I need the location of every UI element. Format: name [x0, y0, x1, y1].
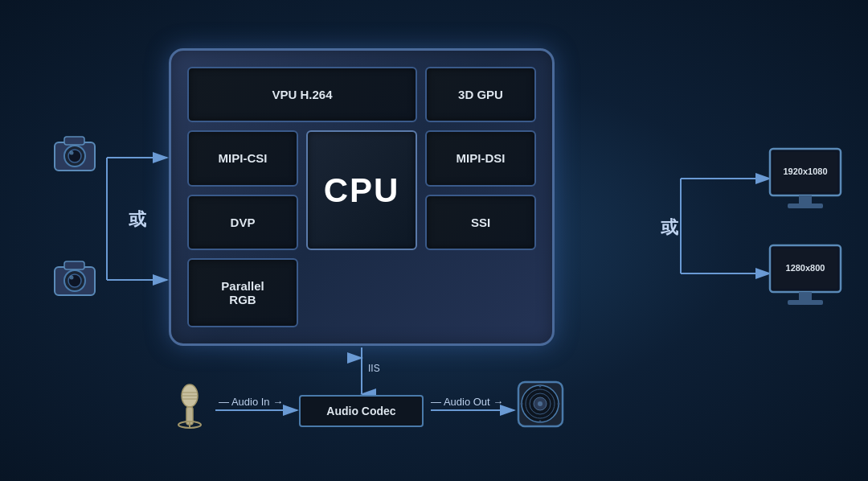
soc-grid: VPU H.264 3D GPU MIPI-CSI CPU MIPI-DSI D…	[187, 67, 536, 327]
svg-text:1280x800: 1280x800	[786, 263, 825, 273]
svg-point-28	[178, 421, 201, 428]
svg-point-5	[68, 150, 81, 162]
svg-point-4	[64, 146, 85, 166]
audio-in-label: — Audio In →	[219, 396, 283, 408]
svg-point-39	[558, 403, 560, 405]
svg-rect-12	[64, 261, 84, 269]
or-label-right: 或	[660, 217, 679, 237]
monitor1-icon: 1920x1080	[770, 149, 841, 208]
svg-rect-20	[799, 292, 812, 302]
svg-point-6	[70, 151, 74, 155]
svg-rect-14	[773, 152, 837, 192]
svg-rect-8	[55, 267, 95, 295]
svg-point-32	[526, 389, 555, 418]
vpu-block: VPU H.264	[187, 67, 417, 122]
svg-rect-30	[518, 382, 563, 426]
dvp-block: DVP	[187, 195, 298, 250]
camera2-icon	[55, 261, 95, 295]
or-label-left: 或	[128, 209, 147, 229]
svg-rect-15	[799, 195, 812, 205]
svg-point-9	[64, 270, 85, 291]
svg-rect-19	[773, 249, 837, 289]
svg-rect-16	[788, 204, 823, 208]
svg-point-10	[68, 274, 81, 287]
svg-point-11	[70, 276, 74, 280]
iis-label: IIS	[368, 363, 380, 374]
svg-point-34	[534, 397, 547, 410]
svg-rect-27	[186, 407, 193, 425]
svg-rect-13	[770, 149, 841, 195]
svg-point-36	[539, 385, 542, 388]
svg-point-35	[538, 401, 542, 406]
svg-point-23	[182, 384, 198, 407]
audio-codec-box: Audio Codec	[299, 395, 424, 427]
svg-rect-7	[64, 137, 84, 145]
svg-point-33	[530, 393, 551, 414]
svg-point-31	[522, 385, 559, 422]
svg-point-37	[539, 421, 542, 423]
svg-rect-3	[55, 142, 95, 171]
mic-icon	[178, 384, 201, 428]
cpu-block: CPU	[306, 130, 417, 250]
monitor2-icon: 1280x800	[770, 245, 841, 305]
svg-point-38	[521, 403, 523, 405]
svg-rect-21	[788, 300, 823, 305]
mipi-dsi-block: MIPI-DSI	[425, 130, 536, 186]
camera1-icon	[55, 137, 95, 171]
audio-out-label: — Audio Out →	[431, 396, 503, 408]
ssi-block: SSI	[425, 195, 536, 250]
speaker-icon	[518, 382, 563, 426]
soc-chip: VPU H.264 3D GPU MIPI-CSI CPU MIPI-DSI D…	[169, 48, 555, 346]
mipi-csi-block: MIPI-CSI	[187, 130, 298, 186]
svg-rect-18	[770, 245, 841, 292]
3dgpu-block: 3D GPU	[425, 67, 536, 122]
parallel-rgb-block: Parallel RGB	[187, 258, 298, 327]
svg-text:1920x1080: 1920x1080	[783, 166, 827, 176]
